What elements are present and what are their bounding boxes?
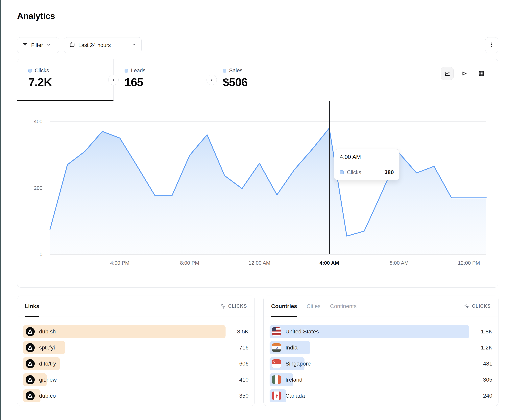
- chevron-right-icon: [111, 78, 116, 82]
- expand-sales-button[interactable]: [207, 75, 217, 85]
- country-name: Canada: [285, 393, 305, 399]
- tab-clicks[interactable]: Clicks 7.2K: [17, 59, 113, 101]
- gridline-0: [50, 254, 486, 255]
- x-tick: 4:00 PM: [110, 260, 129, 266]
- table-view-button[interactable]: [475, 67, 488, 80]
- leads-legend-icon: [125, 69, 128, 72]
- calendar-icon: [69, 42, 75, 49]
- country-row-ireland[interactable]: Ireland 305: [269, 373, 492, 386]
- tab-countries[interactable]: Countries: [271, 296, 297, 317]
- clicks-area-chart: [50, 122, 486, 254]
- line-chart-icon: [444, 70, 450, 77]
- link-name: git.new: [39, 377, 57, 383]
- country-clicks: 1.8K: [472, 328, 492, 335]
- clicks-label: Clicks: [35, 68, 49, 74]
- ireland-flag-icon: [272, 375, 281, 384]
- chevron-down-icon: [46, 42, 51, 48]
- link-row-dub-sh[interactable]: dub.sh 3.5K: [23, 325, 248, 338]
- line-chart-view-button[interactable]: [441, 67, 454, 80]
- cursor-click-icon: [464, 304, 470, 309]
- tooltip-time: 4:00 AM: [334, 149, 399, 165]
- link-clicks: 606: [229, 361, 248, 367]
- link-clicks: 410: [229, 377, 248, 383]
- country-name: United States: [285, 328, 319, 335]
- canada-flag-icon: [272, 391, 281, 400]
- clicks-value: 7.2K: [28, 75, 52, 89]
- countries-list: United States 1.8K India 1.2K Singapore …: [264, 317, 498, 402]
- left-edge-accent: [0, 0, 0, 420]
- country-row-canada[interactable]: Canada 240: [269, 389, 492, 402]
- countries-metric[interactable]: CLICKS: [464, 304, 491, 309]
- filter-button[interactable]: Filter: [17, 37, 59, 53]
- links-metric[interactable]: CLICKS: [220, 304, 247, 309]
- tab-links[interactable]: Links: [25, 296, 39, 317]
- dub-logo-icon: [26, 359, 35, 368]
- link-row-dub-co[interactable]: dub.co 350: [23, 389, 248, 402]
- country-name: Singapore: [285, 361, 311, 367]
- sales-value: $506: [223, 75, 247, 89]
- links-list: dub.sh 3.5K spti.fyi 716 d.to/try 606 gi…: [17, 317, 254, 402]
- link-row-spti-fyi[interactable]: spti.fyi 716: [23, 341, 248, 354]
- country-row-united-states[interactable]: United States 1.8K: [269, 325, 492, 338]
- country-clicks: 1.2K: [472, 345, 492, 351]
- country-name: Ireland: [285, 377, 302, 383]
- link-name: d.to/try: [39, 361, 56, 367]
- x-tick: 8:00 PM: [180, 260, 199, 266]
- country-clicks: 481: [472, 361, 492, 367]
- link-clicks: 3.5K: [229, 328, 248, 335]
- date-range-label: Last 24 hours: [78, 42, 111, 48]
- cursor-click-icon: [220, 304, 226, 309]
- clicks-legend-icon: [340, 170, 344, 174]
- y-tick-400: 400: [19, 118, 42, 125]
- chart-tooltip: 4:00 AM Clicks 380: [334, 149, 399, 180]
- chevron-right-icon: [209, 78, 214, 82]
- kebab-icon: [489, 42, 494, 49]
- tab-leads[interactable]: Leads 165: [113, 59, 212, 101]
- clicks-time-series-plot[interactable]: 400 200 0 4:00 AM Clicks 380 4:00 PM 8:0…: [50, 122, 486, 254]
- hover-rule: [329, 101, 330, 254]
- expand-leads-button[interactable]: [108, 75, 119, 85]
- more-menu-button[interactable]: [485, 37, 498, 53]
- country-row-singapore[interactable]: Singapore 481: [269, 357, 492, 370]
- sales-legend-icon: [223, 69, 226, 72]
- dub-logo-icon: [26, 375, 35, 384]
- filter-icon: [22, 42, 28, 49]
- singapore-flag-icon: [272, 359, 281, 368]
- country-clicks: 305: [472, 377, 492, 383]
- y-tick-200: 200: [19, 185, 42, 191]
- dub-logo-icon: [26, 327, 35, 336]
- country-clicks: 240: [472, 393, 492, 399]
- filter-label: Filter: [31, 42, 43, 48]
- country-name: India: [285, 345, 298, 351]
- links-panel: Links CLICKS dub.sh 3.5K spti.fyi 716: [17, 296, 255, 406]
- tab-cities[interactable]: Cities: [307, 296, 321, 317]
- x-tick: 12:00 PM: [458, 260, 480, 266]
- link-row-d-to-try[interactable]: d.to/try 606: [23, 357, 248, 370]
- link-name: spti.fyi: [39, 345, 55, 351]
- tab-sales[interactable]: Sales $506: [212, 59, 310, 101]
- tooltip-value: 380: [384, 169, 394, 175]
- tab-continents[interactable]: Continents: [330, 296, 357, 317]
- funnel-icon: [461, 70, 468, 77]
- leads-label: Leads: [131, 68, 146, 74]
- stats-header: Clicks 7.2K Leads 165 Sales $506: [17, 59, 498, 101]
- date-range-button[interactable]: Last 24 hours: [64, 37, 142, 53]
- us-flag-icon: [272, 327, 281, 336]
- page-title: Analytics: [17, 11, 55, 21]
- link-name: dub.co: [39, 393, 56, 399]
- x-tick: 8:00 AM: [389, 260, 408, 266]
- dub-logo-icon: [26, 343, 35, 352]
- grid-icon: [478, 70, 485, 77]
- sales-label: Sales: [229, 68, 243, 74]
- link-clicks: 350: [229, 393, 248, 399]
- chart-view-switcher: [441, 67, 488, 80]
- x-tick: 12:00 AM: [248, 260, 270, 266]
- leads-value: 165: [125, 75, 143, 89]
- link-clicks: 716: [229, 345, 248, 351]
- active-tab-underline: [17, 100, 113, 101]
- country-row-india[interactable]: India 1.2K: [269, 341, 492, 354]
- tooltip-series-label: Clicks: [347, 169, 361, 175]
- link-row-git-new[interactable]: git.new 410: [23, 373, 248, 386]
- countries-panel: Countries Cities Continents CLICKS Unite…: [263, 296, 499, 406]
- funnel-view-button[interactable]: [458, 67, 471, 80]
